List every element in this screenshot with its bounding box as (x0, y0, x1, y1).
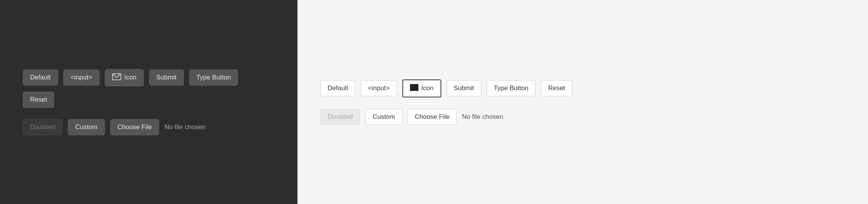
dark-panel: Default <input> Icon Submit Type Button … (0, 0, 297, 204)
light-typebutton-label: Type Button (494, 84, 529, 92)
dark-reset-label: Reset (30, 96, 47, 104)
dark-custom-label: Custom (75, 123, 98, 131)
dark-disabled-button: Disabled (23, 119, 63, 135)
dark-choosefile-button[interactable]: Choose File (110, 119, 159, 135)
dark-typebutton-button[interactable]: Type Button (189, 70, 238, 86)
light-disabled-label: Disabled (328, 113, 353, 121)
light-choosefile-button[interactable]: Choose File (408, 109, 457, 125)
dark-input-button[interactable]: <input> (63, 70, 100, 86)
dark-disabled-label: Disabled (30, 123, 55, 131)
dark-nofile-text: No file chosen (164, 123, 206, 131)
dark-icon-label: Icon (124, 74, 137, 81)
light-custom-label: Custom (373, 113, 395, 121)
light-typebutton-button[interactable]: Type Button (487, 80, 536, 96)
dark-default-label: Default (30, 74, 51, 81)
dark-custom-button[interactable]: Custom (68, 119, 105, 135)
light-choosefile-label: Choose File (415, 113, 450, 121)
light-input-button[interactable]: <input> (361, 80, 397, 96)
light-row-1: Default <input> Icon Submit Type Button … (320, 79, 845, 97)
dark-input-label: <input> (71, 74, 92, 81)
light-custom-button[interactable]: Custom (365, 109, 402, 125)
dark-icon-button[interactable]: Icon (105, 69, 144, 86)
dark-choosefile-label: Choose File (117, 123, 152, 131)
light-icon-label: Icon (421, 84, 434, 92)
light-input-label: <input> (368, 84, 390, 92)
dark-submit-label: Submit (156, 74, 177, 81)
light-default-button[interactable]: Default (320, 80, 355, 96)
light-default-label: Default (328, 84, 348, 92)
light-disabled-button: Disabled (320, 109, 360, 125)
dark-default-button[interactable]: Default (23, 70, 58, 86)
light-panel: Default <input> Icon Submit Type Button … (297, 0, 868, 204)
mail-icon (112, 73, 121, 82)
light-row-2: Disabled Custom Choose File No file chos… (320, 109, 845, 125)
light-submit-label: Submit (454, 84, 474, 92)
black-square-icon (410, 84, 418, 93)
dark-row-2: Disabled Custom Choose File No file chos… (23, 119, 275, 135)
dark-row-1: Default <input> Icon Submit Type Button … (23, 69, 275, 108)
light-reset-label: Reset (548, 84, 565, 92)
light-nofile-text: No file chosen (462, 113, 503, 121)
dark-reset-button[interactable]: Reset (23, 92, 54, 108)
dark-typebutton-label: Type Button (196, 74, 231, 81)
dark-submit-button[interactable]: Submit (149, 70, 184, 86)
light-submit-button[interactable]: Submit (447, 80, 481, 96)
light-reset-button[interactable]: Reset (541, 80, 572, 96)
light-icon-button[interactable]: Icon (402, 79, 441, 97)
